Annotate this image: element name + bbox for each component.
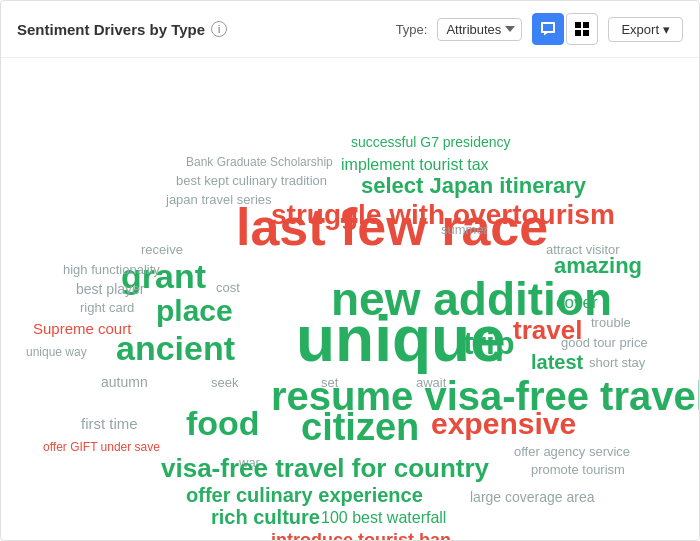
- word-item[interactable]: set: [321, 376, 338, 389]
- header-controls: Type: Attributes Topics Themes: [396, 13, 683, 45]
- sentiment-drivers-widget: Sentiment Drivers by Type i Type: Attrib…: [0, 0, 700, 541]
- word-item[interactable]: large coverage area: [470, 490, 595, 504]
- word-item[interactable]: implement tourist tax: [341, 157, 489, 173]
- word-item[interactable]: autumn: [101, 375, 148, 389]
- word-item[interactable]: rich culture: [211, 507, 320, 527]
- word-item[interactable]: await: [416, 376, 446, 389]
- word-item[interactable]: offer GIFT under save: [43, 441, 160, 453]
- word-item[interactable]: attract visitor: [546, 243, 620, 256]
- widget-header: Sentiment Drivers by Type i Type: Attrib…: [1, 1, 699, 58]
- word-item[interactable]: japan travel series: [166, 193, 272, 206]
- info-icon[interactable]: i: [211, 21, 227, 37]
- word-item[interactable]: first time: [81, 416, 138, 431]
- word-item[interactable]: introduce tourist ban: [271, 531, 451, 540]
- word-item[interactable]: summer: [441, 223, 488, 236]
- widget-title-group: Sentiment Drivers by Type i: [17, 21, 227, 38]
- word-item[interactable]: best player: [76, 282, 144, 296]
- word-item[interactable]: select Japan itinerary: [361, 175, 586, 197]
- word-item[interactable]: place: [156, 296, 233, 326]
- word-item[interactable]: ancient: [116, 331, 235, 365]
- word-item[interactable]: promote tourism: [531, 463, 625, 476]
- type-select[interactable]: Attributes Topics Themes: [437, 18, 522, 41]
- word-item[interactable]: Bank Graduate Scholarship: [186, 156, 333, 168]
- word-item[interactable]: 100 best waterfall: [321, 510, 446, 526]
- word-item[interactable]: unique way: [26, 346, 87, 358]
- word-item[interactable]: trip: [463, 327, 515, 359]
- export-button[interactable]: Export ▾: [608, 17, 683, 42]
- word-cloud-area: last few racenew additionuniqueresume vi…: [1, 58, 699, 540]
- chat-view-button[interactable]: [532, 13, 564, 45]
- word-item[interactable]: expensive: [431, 409, 576, 439]
- word-item[interactable]: best kept culinary tradition: [176, 174, 327, 187]
- word-item[interactable]: right card: [80, 301, 134, 314]
- word-item[interactable]: seek: [211, 376, 238, 389]
- word-item[interactable]: high functionality: [63, 263, 160, 276]
- view-toggle: [532, 13, 598, 45]
- word-item[interactable]: cover: [556, 294, 598, 311]
- word-item[interactable]: cost: [216, 281, 240, 294]
- word-item[interactable]: citizen: [301, 408, 419, 446]
- word-item[interactable]: offer agency service: [514, 445, 630, 458]
- word-item[interactable]: latest: [531, 352, 583, 372]
- word-item[interactable]: trouble: [591, 316, 631, 329]
- word-item[interactable]: visa-free travel for country: [161, 455, 489, 481]
- word-item[interactable]: offer culinary experience: [186, 485, 423, 505]
- word-item[interactable]: short stay: [589, 356, 645, 369]
- word-item[interactable]: Supreme court: [33, 321, 131, 336]
- word-item[interactable]: food: [186, 406, 260, 440]
- type-label: Type:: [396, 22, 428, 37]
- grid-view-button[interactable]: [566, 13, 598, 45]
- word-item[interactable]: receive: [141, 243, 183, 256]
- word-item[interactable]: successful G7 presidency: [351, 135, 511, 149]
- word-item[interactable]: good tour price: [561, 336, 648, 349]
- widget-title: Sentiment Drivers by Type: [17, 21, 205, 38]
- word-item[interactable]: amazing: [554, 255, 642, 277]
